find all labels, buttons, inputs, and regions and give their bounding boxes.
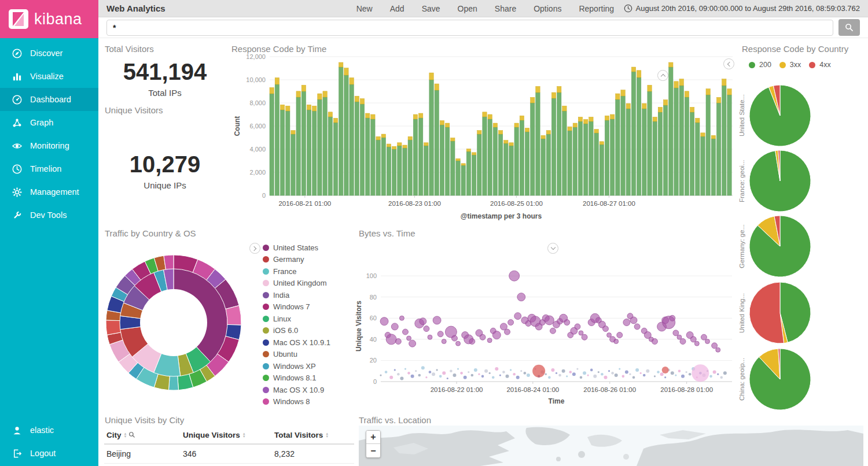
legend-item-france[interactable]: France [263, 265, 330, 278]
time-picker[interactable]: August 20th 2016, 09:00:00.000 to August… [624, 4, 860, 13]
menu-item-open[interactable]: Open [458, 4, 477, 13]
svg-text:2016-08-24 01:00: 2016-08-24 01:00 [506, 386, 559, 393]
panel-title-traffic-vs-location: Traffic vs. Location [359, 415, 431, 425]
legend-item-200[interactable]: 200 [749, 59, 771, 71]
response-code-pie[interactable] [748, 280, 812, 345]
legend-item-ubuntu[interactable]: Ubuntu [263, 349, 330, 361]
column-header-city[interactable]: City▲▼ [104, 427, 181, 444]
legend-dot [263, 398, 269, 405]
svg-text:40: 40 [370, 336, 377, 343]
legend-dot [779, 62, 786, 68]
svg-text:4,000: 4,000 [249, 146, 266, 153]
legend-item-windows-xp[interactable]: Windows XP [263, 360, 330, 372]
filter-search-icon [127, 431, 135, 439]
menu-item-save[interactable]: Save [422, 4, 440, 13]
management-icon [12, 187, 23, 198]
svg-text:@timestamp per 3 hours: @timestamp per 3 hours [461, 212, 542, 220]
legend-item-india[interactable]: India [263, 289, 330, 301]
collapse-up-button[interactable] [657, 70, 668, 81]
traffic-by-country-os-chart[interactable] [104, 253, 243, 392]
search-icon [845, 23, 854, 32]
sidebar-user[interactable]: elastic [0, 419, 98, 442]
legend-item-linux[interactable]: Linux [263, 313, 330, 325]
svg-text:2016-08-23 01:00: 2016-08-23 01:00 [388, 200, 441, 207]
svg-text:2016-08-21 01:00: 2016-08-21 01:00 [278, 200, 331, 207]
legend-item-windows-8[interactable]: Windows 8 [263, 396, 330, 408]
menu-item-options[interactable]: Options [534, 4, 561, 13]
svg-text:10,000: 10,000 [246, 76, 266, 83]
sidebar-item-management[interactable]: Management [0, 180, 98, 204]
main-area: Web Analytics NewAddSaveOpenShareOptions… [98, 0, 868, 466]
legend-item-3xx[interactable]: 3xx [779, 59, 801, 71]
menu-item-reporting[interactable]: Reporting [579, 4, 614, 13]
sidebar-item-dashboard[interactable]: Dashboard [0, 88, 98, 111]
column-header-unique-visitors[interactable]: Unique Visitors▲▼ [181, 427, 272, 444]
map-zoom-in-button[interactable]: + [366, 431, 380, 444]
search-button[interactable] [838, 19, 860, 36]
table-cell: 8,232 [272, 444, 354, 464]
legend-dot [263, 316, 269, 322]
monitoring-icon [12, 140, 23, 151]
app-logo[interactable]: kibana [0, 0, 98, 38]
collapse-down-button[interactable] [547, 243, 558, 254]
legend-item-united-kingdom[interactable]: United Kingdom [263, 278, 330, 290]
sidebar-item-visualize[interactable]: Visualize [0, 65, 98, 88]
sidebar-item-timelion[interactable]: Timelion [0, 157, 98, 180]
legend-item-windows-7[interactable]: Windows 7 [263, 301, 330, 313]
legend-dot [263, 387, 269, 393]
clock-icon [624, 4, 632, 13]
visualize-icon [12, 71, 23, 82]
svg-text:2016-08-26 01:00: 2016-08-26 01:00 [583, 386, 636, 393]
legend-item-united-states[interactable]: United States [263, 242, 330, 254]
menu-item-share[interactable]: Share [495, 4, 516, 13]
collapse-left-button[interactable] [723, 58, 734, 69]
country-pie-row: France: geoi... [738, 149, 812, 213]
response-code-pie[interactable] [748, 149, 812, 213]
chevron-right-icon [252, 246, 256, 250]
menu-item-new[interactable]: New [356, 4, 373, 13]
panel-title-traffic-by-country-os: Traffic by Country & OS [105, 228, 196, 238]
legend-item-mac-os-x-10-9[interactable]: Mac OS X 10.9 [263, 384, 330, 396]
user-icon [12, 425, 23, 436]
menu-item-add[interactable]: Add [390, 4, 404, 13]
legend-dot [263, 339, 269, 346]
collapse-right-button[interactable] [249, 243, 260, 254]
map-zoom-out-button[interactable]: − [366, 444, 380, 457]
column-header-total-visitors[interactable]: Total Visitors▲▼ [272, 427, 354, 444]
svg-text:12,000: 12,000 [246, 53, 266, 60]
legend-item-4xx[interactable]: 4xx [809, 59, 830, 71]
world-map-image [359, 426, 863, 466]
app-name: kibana [34, 10, 82, 28]
traffic-location-map[interactable]: + − [359, 426, 863, 466]
svg-text:20: 20 [370, 357, 377, 364]
legend-dot [263, 304, 269, 310]
sidebar-item-monitoring[interactable]: Monitoring [0, 134, 98, 157]
legend-item-germany[interactable]: Germany [263, 254, 330, 266]
legend-dot [809, 62, 815, 68]
sidebar-nav: DiscoverVisualizeDashboardGraphMonitorin… [0, 38, 98, 227]
bytes-vs-time-chart[interactable]: 020406080100Unique Visitors2016-08-22 01… [353, 237, 741, 410]
response-code-pie[interactable] [748, 347, 812, 412]
sidebar-logout[interactable]: Logout [0, 442, 98, 465]
legend-item-mac-os-x-10-9-1[interactable]: Mac OS X 10.9.1 [263, 336, 330, 349]
legend-item-ios-6-0[interactable]: iOS 6.0 [263, 325, 330, 337]
search-input[interactable] [106, 20, 833, 36]
table-row[interactable]: Beijing3468,232 [104, 444, 354, 464]
legend-dot [749, 62, 755, 68]
svg-text:8,000: 8,000 [249, 99, 266, 106]
legend-dot [263, 327, 269, 334]
dashboard-content: Total Visitors 541,194 Total IPs Unique … [98, 38, 868, 466]
legend-item-windows-8-1[interactable]: Windows 8.1 [263, 372, 330, 384]
response-code-pie[interactable] [748, 214, 812, 279]
legend-dot [263, 292, 269, 298]
sidebar-item-graph[interactable]: Graph [0, 111, 98, 134]
unique-visits-table: City▲▼Unique Visitors▲▼Total Visitors▲▼ … [104, 427, 354, 464]
response-code-pie[interactable] [748, 83, 812, 148]
sidebar-item-discover[interactable]: Discover [0, 42, 98, 65]
sidebar-item-dev-tools[interactable]: Dev Tools [0, 204, 98, 227]
country-pie-row: United King... [738, 280, 812, 345]
chevron-left-icon [727, 61, 732, 66]
legend-dot [263, 268, 269, 275]
unique-ips-label: Unique IPs [101, 180, 229, 190]
legend-dot [263, 245, 269, 251]
